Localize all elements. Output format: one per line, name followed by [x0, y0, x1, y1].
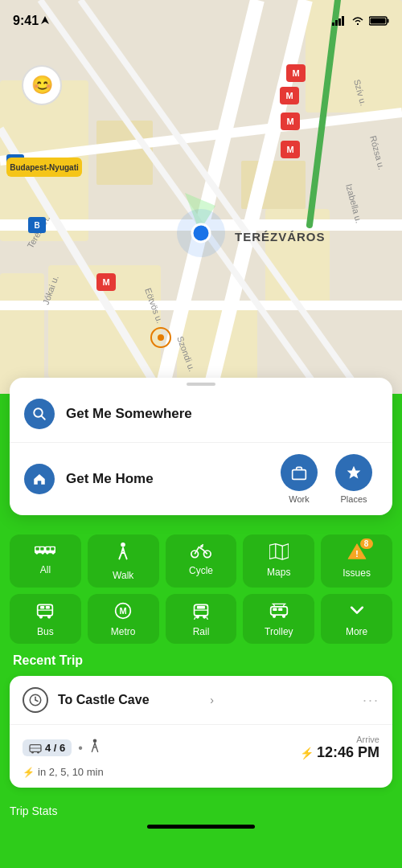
filter-more-label: More — [346, 626, 367, 637]
map-view[interactable]: Szív u. Rózsa u. Izabella u. Teréz krt. … — [0, 0, 402, 394]
filter-bus[interactable]: Bus — [10, 594, 81, 644]
search-card: Get Me Somewhere Get Me Home — [10, 378, 392, 515]
svg-line-92 — [195, 617, 196, 620]
home-row[interactable]: Get Me Home Work — [10, 443, 392, 515]
svg-point-70 — [52, 552, 55, 555]
more-icon — [348, 602, 366, 622]
svg-line-58 — [42, 416, 45, 420]
trip-details: 4 / 6 • Arrive ⚡ — [10, 725, 392, 788]
svg-point-96 — [273, 615, 276, 618]
quick-actions: Work Places — [275, 454, 378, 504]
trolley-icon — [269, 602, 289, 622]
svg-point-91 — [203, 616, 206, 619]
filter-metro[interactable]: M Metro — [88, 594, 159, 644]
location-arrow-icon — [41, 16, 49, 26]
svg-rect-85 — [46, 606, 50, 608]
trip-header[interactable]: To Castle Cave › ··· — [10, 676, 392, 725]
wifi-icon — [351, 16, 364, 26]
filter-all[interactable]: All — [10, 534, 81, 588]
svg-rect-62 — [36, 547, 39, 551]
svg-rect-68 — [51, 547, 55, 551]
filter-rail[interactable]: Rail — [166, 594, 237, 644]
svg-point-82 — [39, 616, 43, 619]
trip-destination: To Castle Cave — [58, 693, 207, 707]
search-row[interactable]: Get Me Somewhere — [10, 386, 392, 443]
bottom-panel: Get Me Somewhere Get Me Home — [0, 394, 402, 845]
svg-point-90 — [196, 616, 199, 619]
svg-marker-60 — [347, 466, 361, 479]
svg-point-71 — [121, 542, 125, 547]
filter-rail-label: Rail — [193, 626, 210, 637]
svg-rect-94 — [197, 606, 205, 608]
filter-grid: All Walk Cycle — [0, 531, 402, 653]
lightning-icon: ⚡ — [300, 747, 314, 760]
map-svg: Szív u. Rózsa u. Izabella u. Teréz krt. … — [0, 0, 402, 394]
places-action[interactable]: Places — [330, 454, 378, 504]
metro-icon: M — [114, 602, 132, 622]
tram-small-icon — [29, 743, 42, 754]
home-icon-svg — [32, 472, 47, 486]
trip-mins: ⚡ in 2, 5, 10 min — [23, 766, 379, 778]
drag-handle[interactable] — [187, 383, 215, 386]
svg-point-50 — [158, 334, 164, 341]
trip-route-row: 4 / 6 • Arrive ⚡ — [23, 735, 379, 761]
svg-point-69 — [47, 552, 49, 555]
work-action[interactable]: Work — [275, 454, 323, 504]
filter-walk[interactable]: Walk — [88, 534, 159, 588]
svg-text:TERÉZVÁROS: TERÉZVÁROS — [235, 230, 326, 244]
all-transport-icon — [35, 542, 55, 557]
places-label: Places — [340, 494, 367, 504]
status-time: 9:41 — [13, 14, 49, 28]
trip-options-dots[interactable]: ··· — [363, 692, 379, 709]
walk-icon-small — [89, 739, 100, 758]
arrive-time-value: 12:46 PM — [317, 744, 379, 761]
walk-icon — [116, 542, 130, 566]
svg-point-110 — [93, 739, 97, 743]
home-indicator — [147, 825, 255, 829]
filter-trolley[interactable]: Trolley — [243, 594, 314, 644]
issues-badge: 8 — [360, 538, 373, 549]
svg-line-105 — [35, 700, 38, 702]
battery-icon — [369, 16, 389, 26]
svg-rect-67 — [47, 547, 50, 551]
work-icon-circle — [281, 454, 318, 491]
svg-point-65 — [42, 552, 44, 555]
filter-metro-label: Metro — [111, 626, 136, 637]
places-icon-circle — [335, 454, 372, 491]
svg-point-64 — [36, 552, 39, 555]
svg-text:Budapest-Nyugati: Budapest-Nyugati — [10, 163, 79, 172]
svg-text:😊: 😊 — [31, 74, 54, 96]
svg-text:M: M — [286, 145, 293, 154]
svg-rect-1 — [332, 23, 334, 26]
status-bar: 9:41 — [0, 0, 402, 35]
filter-cycle-label: Cycle — [189, 565, 213, 576]
svg-text:M: M — [285, 91, 293, 100]
trip-card[interactable]: To Castle Cave › ··· — [10, 676, 392, 788]
svg-point-107 — [31, 751, 34, 753]
svg-rect-59 — [293, 470, 306, 480]
svg-rect-3 — [338, 18, 341, 26]
home-icon — [24, 464, 55, 494]
filter-all-label: All — [40, 564, 51, 575]
search-placeholder: Get Me Somewhere — [66, 406, 192, 422]
search-icon — [32, 407, 47, 421]
filter-more[interactable]: More — [321, 594, 392, 644]
svg-text:M: M — [292, 68, 299, 78]
recent-trip-title: Recent Trip — [10, 653, 392, 668]
bus-icon — [36, 602, 54, 622]
filter-issues[interactable]: ! 8 Issues — [321, 534, 392, 588]
arrive-section: Arrive ⚡ 12:46 PM — [300, 735, 379, 761]
svg-text:M: M — [102, 277, 109, 287]
status-icons — [332, 16, 389, 26]
dot-separator: • — [78, 741, 83, 755]
filter-maps[interactable]: Maps — [243, 534, 314, 588]
maps-icon — [269, 542, 289, 563]
filter-trolley-label: Trolley — [265, 626, 293, 637]
filter-bus-label: Bus — [37, 626, 54, 637]
svg-point-74 — [200, 545, 203, 547]
svg-rect-4 — [342, 16, 344, 26]
svg-marker-75 — [269, 544, 289, 559]
filter-cycle[interactable]: Cycle — [166, 534, 237, 588]
mins-lightning-icon: ⚡ — [23, 767, 35, 778]
filter-walk-label: Walk — [113, 570, 133, 581]
